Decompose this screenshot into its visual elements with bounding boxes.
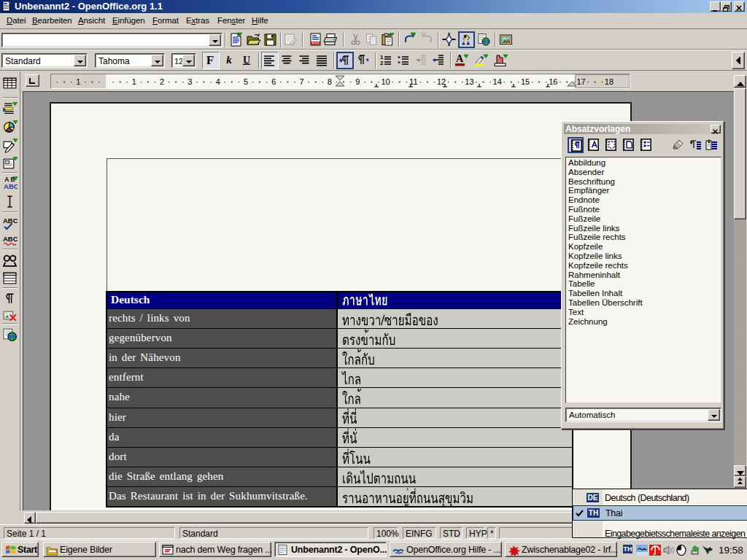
svg-text:U: U — [243, 55, 250, 66]
svg-text:1: 1 — [76, 77, 80, 86]
svg-text:3: 3 — [187, 77, 192, 86]
svg-text:A: A — [456, 53, 464, 64]
svg-text:18: 18 — [605, 77, 614, 86]
svg-text:7: 7 — [300, 77, 304, 86]
svg-text:17: 17 — [576, 77, 585, 86]
svg-text:ABC: ABC — [3, 235, 18, 243]
svg-text:4: 4 — [216, 77, 220, 86]
svg-text:1: 1 — [132, 77, 136, 86]
svg-text:16: 16 — [549, 77, 557, 86]
svg-text:15: 15 — [521, 77, 530, 86]
svg-text:2: 2 — [380, 60, 384, 66]
svg-text:2: 2 — [160, 77, 164, 86]
svg-text:F: F — [206, 53, 214, 67]
svg-text:14: 14 — [493, 77, 502, 86]
svg-text:13: 13 — [465, 77, 473, 86]
svg-text:8: 8 — [328, 77, 332, 86]
svg-text:ABC: ABC — [4, 182, 18, 190]
svg-text:6: 6 — [271, 77, 276, 86]
svg-text:12: 12 — [437, 77, 446, 86]
svg-text:5: 5 — [244, 77, 248, 86]
svg-text:ABC: ABC — [3, 217, 18, 225]
svg-text:10: 10 — [381, 77, 390, 86]
svg-text:9: 9 — [355, 77, 360, 86]
svg-text:k: k — [226, 54, 232, 66]
